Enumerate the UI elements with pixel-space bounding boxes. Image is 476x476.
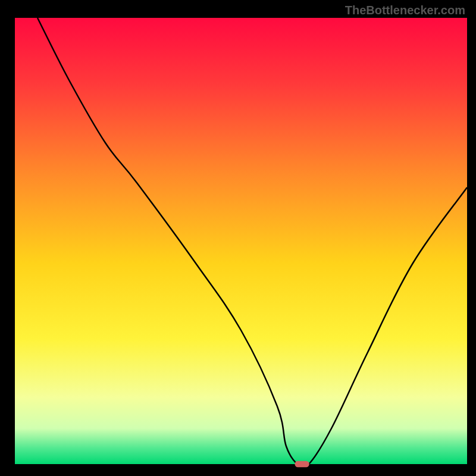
chart-background: [15, 18, 467, 464]
watermark-text: TheBottlenecker.com: [345, 4, 465, 17]
optimal-marker: [295, 461, 309, 468]
chart-svg: [0, 0, 476, 476]
bottleneck-chart: [0, 0, 476, 476]
